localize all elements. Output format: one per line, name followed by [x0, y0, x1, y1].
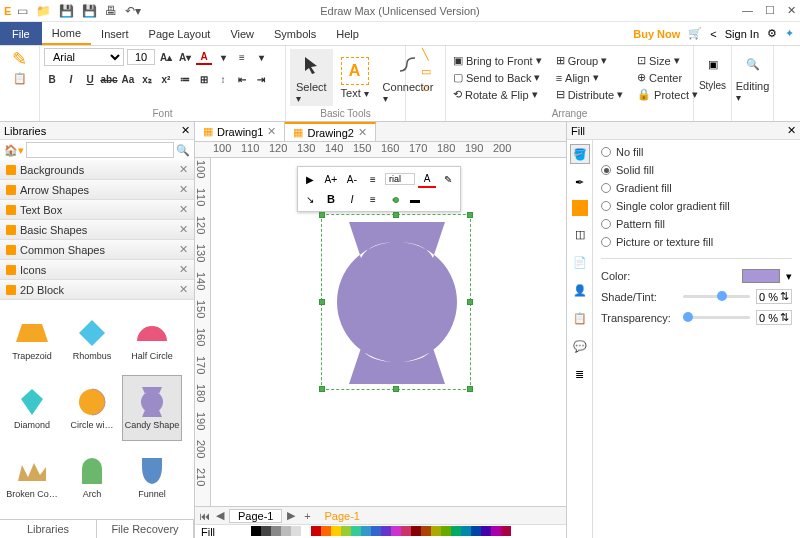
align-dropdown-icon[interactable]: ▾: [253, 49, 269, 65]
tab-view[interactable]: View: [220, 22, 264, 45]
buy-icon[interactable]: 🛒: [688, 27, 702, 40]
shade-slider[interactable]: [683, 295, 750, 298]
libraries-close-icon[interactable]: ✕: [181, 124, 190, 137]
tab-help[interactable]: Help: [326, 22, 369, 45]
editing-button[interactable]: 🔍 Editing ▾: [736, 48, 769, 105]
case-button[interactable]: Aa: [120, 71, 136, 87]
fill-option-solid[interactable]: Solid fill: [601, 164, 792, 176]
rotate-flip[interactable]: ⟲ Rotate & Flip ▾: [450, 87, 545, 102]
font-dec-icon[interactable]: A-: [343, 170, 361, 188]
close-icon[interactable]: ✕: [358, 126, 367, 139]
palette-swatch[interactable]: [481, 526, 491, 536]
shape-item[interactable]: Diamond: [2, 375, 62, 441]
close-button[interactable]: ✕: [787, 4, 796, 17]
file-menu[interactable]: File: [0, 22, 42, 45]
line-tool-icon[interactable]: ✒: [570, 172, 590, 192]
close-icon[interactable]: ✕: [179, 223, 188, 236]
palette-swatch[interactable]: [251, 526, 261, 536]
panel-tab-libraries[interactable]: Libraries: [0, 520, 97, 538]
close-icon[interactable]: ✕: [179, 263, 188, 276]
float-font-input[interactable]: [385, 173, 415, 185]
palette-swatch[interactable]: [401, 526, 411, 536]
shape-item[interactable]: Funnel: [122, 444, 182, 510]
size-button[interactable]: ⊡ Size▾: [634, 53, 701, 68]
font-size-input[interactable]: [127, 49, 155, 65]
font-color-icon[interactable]: A: [418, 170, 436, 188]
align-icon[interactable]: ≡: [364, 170, 382, 188]
undo-icon[interactable]: ↶▾: [125, 4, 141, 18]
italic-button[interactable]: I: [63, 71, 79, 87]
lib-cat-basic[interactable]: Basic Shapes✕: [0, 220, 194, 240]
lib-cat-2dblock[interactable]: 2D Block✕: [0, 280, 194, 300]
distribute-button[interactable]: ⊟ Distribute▾: [553, 87, 626, 102]
palette-swatch[interactable]: [291, 526, 301, 536]
buy-now-link[interactable]: Buy Now: [633, 28, 680, 40]
transparency-slider[interactable]: [683, 316, 750, 319]
close-icon[interactable]: ✕: [267, 125, 276, 138]
text-tool[interactable]: A Text ▾: [335, 55, 375, 101]
numbering-icon[interactable]: ⊞: [196, 71, 212, 87]
palette-swatch[interactable]: [441, 526, 451, 536]
palette-swatch[interactable]: [461, 526, 471, 536]
cursor-icon[interactable]: ▶: [301, 170, 319, 188]
close-icon[interactable]: ✕: [179, 243, 188, 256]
home-icon[interactable]: 🏠▾: [4, 144, 24, 157]
properties-icon[interactable]: 📋: [570, 308, 590, 328]
clipboard-icon[interactable]: 📋: [13, 72, 27, 85]
minimize-button[interactable]: —: [742, 4, 753, 17]
close-icon[interactable]: ✕: [179, 283, 188, 296]
palette-swatch[interactable]: [391, 526, 401, 536]
settings-icon[interactable]: ⚙: [767, 27, 777, 40]
underline-button[interactable]: U: [82, 71, 98, 87]
search-icon[interactable]: 🔍: [176, 144, 190, 157]
doc-tab-drawing2[interactable]: ▦Drawing2✕: [285, 122, 375, 141]
page-tab-1[interactable]: Page-1: [229, 509, 282, 523]
italic-icon[interactable]: I: [343, 190, 361, 208]
fill-option-no-fill[interactable]: No fill: [601, 146, 792, 158]
palette-swatch[interactable]: [321, 526, 331, 536]
tab-symbols[interactable]: Symbols: [264, 22, 326, 45]
bold-button[interactable]: B: [44, 71, 60, 87]
close-icon[interactable]: ✕: [179, 203, 188, 216]
align-button[interactable]: ≡ Align▾: [553, 70, 626, 85]
palette-swatch[interactable]: [361, 526, 371, 536]
font-color-icon[interactable]: A: [196, 49, 212, 65]
format-painter-icon[interactable]: ✎: [12, 48, 27, 70]
protect-button[interactable]: 🔒 Protect▾: [634, 87, 701, 102]
font-inc-icon[interactable]: A+: [322, 170, 340, 188]
palette-swatch[interactable]: [491, 526, 501, 536]
bring-to-front[interactable]: ▣ Bring to Front ▾: [450, 53, 545, 68]
connector-icon[interactable]: ↘: [301, 190, 319, 208]
indent-right-icon[interactable]: ⇥: [253, 71, 269, 87]
selection-box[interactable]: [321, 214, 471, 390]
fill-option-gradient[interactable]: Gradient fill: [601, 182, 792, 194]
line-swatch-icon[interactable]: ▬: [406, 190, 424, 208]
palette-swatch[interactable]: [501, 526, 511, 536]
group-button[interactable]: ⊞ Group▾: [553, 53, 626, 68]
palette-swatch[interactable]: [421, 526, 431, 536]
fill-tool-icon[interactable]: 🪣: [570, 144, 590, 164]
palette-swatch[interactable]: [271, 526, 281, 536]
increase-font-icon[interactable]: A▴: [158, 49, 174, 65]
bold-icon[interactable]: B: [322, 190, 340, 208]
shape-item[interactable]: Arch: [62, 444, 122, 510]
lib-cat-arrow[interactable]: Arrow Shapes✕: [0, 180, 194, 200]
indent-left-icon[interactable]: ⇤: [234, 71, 250, 87]
palette-swatch[interactable]: [431, 526, 441, 536]
palette-swatch[interactable]: [451, 526, 461, 536]
layers-icon[interactable]: ≣: [570, 364, 590, 384]
fill-panel-close-icon[interactable]: ✕: [787, 124, 796, 137]
panel-tab-file-recovery[interactable]: File Recovery: [97, 520, 194, 538]
color-palette[interactable]: [221, 526, 511, 538]
palette-swatch[interactable]: [301, 526, 311, 536]
fill-option-single-gradient[interactable]: Single color gradient fill: [601, 200, 792, 212]
palette-swatch[interactable]: [331, 526, 341, 536]
align-left-icon[interactable]: ≡: [234, 49, 250, 65]
shape-item[interactable]: Circle wi…: [62, 375, 122, 441]
palette-swatch[interactable]: [471, 526, 481, 536]
valign-icon[interactable]: ≡: [364, 190, 382, 208]
select-tool[interactable]: Select ▾: [290, 49, 333, 106]
tab-home[interactable]: Home: [42, 22, 91, 45]
spacing-icon[interactable]: ↕: [215, 71, 231, 87]
palette-swatch[interactable]: [371, 526, 381, 536]
